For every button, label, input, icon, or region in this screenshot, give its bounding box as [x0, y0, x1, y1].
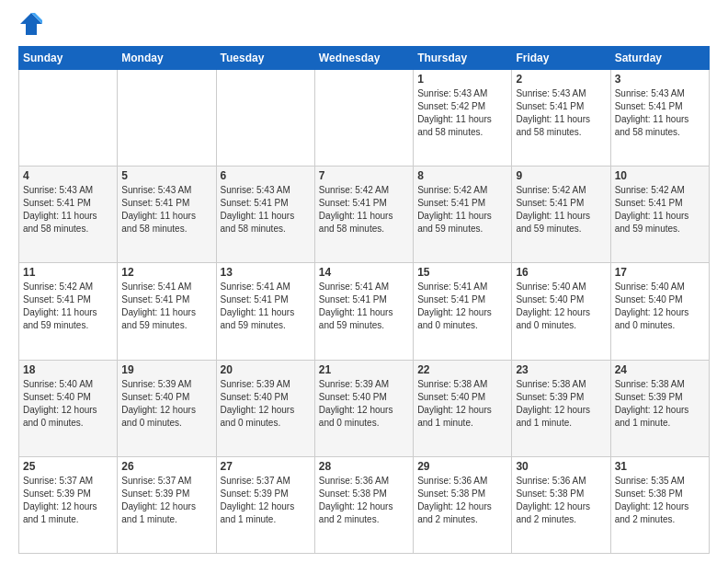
day-info: Sunrise: 5:43 AM Sunset: 5:41 PM Dayligh…: [516, 87, 606, 139]
calendar-cell: 15Sunrise: 5:41 AM Sunset: 5:41 PM Dayli…: [414, 263, 512, 360]
day-number: 24: [615, 363, 705, 376]
calendar-cell: 11Sunrise: 5:42 AM Sunset: 5:41 PM Dayli…: [19, 263, 118, 360]
calendar-cell: 1Sunrise: 5:43 AM Sunset: 5:42 PM Daylig…: [414, 70, 512, 167]
day-number: 28: [319, 460, 409, 473]
day-number: 19: [121, 363, 211, 376]
day-number: 10: [615, 169, 705, 182]
day-number: 7: [319, 169, 409, 182]
calendar-cell: 30Sunrise: 5:36 AM Sunset: 5:38 PM Dayli…: [512, 456, 610, 553]
calendar-cell: 19Sunrise: 5:39 AM Sunset: 5:40 PM Dayli…: [118, 360, 216, 456]
day-number: 29: [417, 460, 507, 473]
calendar-week-4: 18Sunrise: 5:40 AM Sunset: 5:40 PM Dayli…: [19, 360, 710, 456]
day-info: Sunrise: 5:38 AM Sunset: 5:40 PM Dayligh…: [417, 378, 507, 430]
calendar-cell: 31Sunrise: 5:35 AM Sunset: 5:38 PM Dayli…: [610, 456, 709, 553]
calendar-cell: [314, 70, 413, 167]
calendar-cell: 10Sunrise: 5:42 AM Sunset: 5:41 PM Dayli…: [610, 167, 709, 263]
day-number: 30: [516, 460, 606, 473]
calendar-week-2: 4Sunrise: 5:43 AM Sunset: 5:41 PM Daylig…: [19, 167, 710, 263]
day-number: 15: [417, 266, 507, 279]
calendar-cell: 5Sunrise: 5:43 AM Sunset: 5:41 PM Daylig…: [118, 167, 216, 263]
calendar-cell: 6Sunrise: 5:43 AM Sunset: 5:41 PM Daylig…: [216, 167, 314, 263]
day-info: Sunrise: 5:42 AM Sunset: 5:41 PM Dayligh…: [23, 281, 113, 332]
calendar-cell: 17Sunrise: 5:40 AM Sunset: 5:40 PM Dayli…: [610, 263, 709, 360]
page: SundayMondayTuesdayWednesdayThursdayFrid…: [0, 0, 728, 563]
day-info: Sunrise: 5:42 AM Sunset: 5:41 PM Dayligh…: [615, 184, 705, 236]
calendar-cell: [216, 70, 314, 167]
day-number: 31: [615, 460, 705, 473]
day-info: Sunrise: 5:38 AM Sunset: 5:39 PM Dayligh…: [516, 378, 606, 430]
calendar-cell: 16Sunrise: 5:40 AM Sunset: 5:40 PM Dayli…: [512, 263, 610, 360]
day-info: Sunrise: 5:39 AM Sunset: 5:40 PM Dayligh…: [319, 378, 409, 430]
calendar-table: SundayMondayTuesdayWednesdayThursdayFrid…: [18, 46, 710, 554]
day-number: 26: [121, 460, 211, 473]
day-info: Sunrise: 5:43 AM Sunset: 5:42 PM Dayligh…: [417, 87, 507, 139]
day-info: Sunrise: 5:43 AM Sunset: 5:41 PM Dayligh…: [615, 87, 705, 139]
day-number: 5: [121, 169, 211, 182]
calendar-cell: 2Sunrise: 5:43 AM Sunset: 5:41 PM Daylig…: [512, 70, 610, 167]
calendar-cell: 29Sunrise: 5:36 AM Sunset: 5:38 PM Dayli…: [414, 456, 512, 553]
day-number: 14: [319, 266, 409, 279]
day-info: Sunrise: 5:40 AM Sunset: 5:40 PM Dayligh…: [516, 281, 606, 332]
day-info: Sunrise: 5:41 AM Sunset: 5:41 PM Dayligh…: [121, 281, 211, 332]
day-number: 23: [516, 363, 606, 376]
day-number: 20: [221, 363, 311, 376]
calendar-week-3: 11Sunrise: 5:42 AM Sunset: 5:41 PM Dayli…: [19, 263, 710, 360]
day-number: 13: [221, 266, 311, 279]
calendar-cell: [19, 70, 118, 167]
day-number: 3: [615, 73, 705, 86]
calendar-cell: 4Sunrise: 5:43 AM Sunset: 5:41 PM Daylig…: [19, 167, 118, 263]
logo: [18, 15, 46, 37]
day-number: 8: [417, 169, 507, 182]
day-number: 17: [615, 266, 705, 279]
day-number: 27: [221, 460, 311, 473]
weekday-header-thursday: Thursday: [414, 47, 512, 70]
day-info: Sunrise: 5:42 AM Sunset: 5:41 PM Dayligh…: [319, 184, 409, 236]
day-info: Sunrise: 5:38 AM Sunset: 5:39 PM Dayligh…: [615, 378, 705, 430]
day-info: Sunrise: 5:39 AM Sunset: 5:40 PM Dayligh…: [221, 378, 311, 430]
day-number: 18: [23, 363, 113, 376]
day-number: 11: [23, 266, 113, 279]
calendar-cell: 7Sunrise: 5:42 AM Sunset: 5:41 PM Daylig…: [314, 167, 413, 263]
weekday-header-monday: Monday: [118, 47, 216, 70]
weekday-header-wednesday: Wednesday: [314, 47, 413, 70]
day-info: Sunrise: 5:40 AM Sunset: 5:40 PM Dayligh…: [23, 378, 113, 430]
day-info: Sunrise: 5:40 AM Sunset: 5:40 PM Dayligh…: [615, 281, 705, 332]
svg-marker-0: [20, 13, 42, 35]
day-number: 4: [23, 169, 113, 182]
calendar-cell: 13Sunrise: 5:41 AM Sunset: 5:41 PM Dayli…: [216, 263, 314, 360]
day-info: Sunrise: 5:37 AM Sunset: 5:39 PM Dayligh…: [121, 475, 211, 526]
calendar-cell: 9Sunrise: 5:42 AM Sunset: 5:41 PM Daylig…: [512, 167, 610, 263]
day-info: Sunrise: 5:37 AM Sunset: 5:39 PM Dayligh…: [221, 475, 311, 526]
day-number: 1: [417, 73, 507, 86]
day-number: 6: [221, 169, 311, 182]
day-info: Sunrise: 5:41 AM Sunset: 5:41 PM Dayligh…: [417, 281, 507, 332]
calendar-cell: 22Sunrise: 5:38 AM Sunset: 5:40 PM Dayli…: [414, 360, 512, 456]
day-info: Sunrise: 5:43 AM Sunset: 5:41 PM Dayligh…: [121, 184, 211, 236]
day-info: Sunrise: 5:36 AM Sunset: 5:38 PM Dayligh…: [319, 475, 409, 526]
header: [18, 15, 710, 37]
calendar-cell: 18Sunrise: 5:40 AM Sunset: 5:40 PM Dayli…: [19, 360, 118, 456]
day-info: Sunrise: 5:36 AM Sunset: 5:38 PM Dayligh…: [516, 475, 606, 526]
logo-icon: [18, 11, 44, 37]
day-info: Sunrise: 5:42 AM Sunset: 5:41 PM Dayligh…: [516, 184, 606, 236]
calendar-cell: 21Sunrise: 5:39 AM Sunset: 5:40 PM Dayli…: [314, 360, 413, 456]
calendar-cell: 20Sunrise: 5:39 AM Sunset: 5:40 PM Dayli…: [216, 360, 314, 456]
day-number: 25: [23, 460, 113, 473]
calendar-cell: 26Sunrise: 5:37 AM Sunset: 5:39 PM Dayli…: [118, 456, 216, 553]
day-number: 16: [516, 266, 606, 279]
day-info: Sunrise: 5:43 AM Sunset: 5:41 PM Dayligh…: [23, 184, 113, 236]
calendar-cell: 24Sunrise: 5:38 AM Sunset: 5:39 PM Dayli…: [610, 360, 709, 456]
day-info: Sunrise: 5:43 AM Sunset: 5:41 PM Dayligh…: [221, 184, 311, 236]
day-info: Sunrise: 5:39 AM Sunset: 5:40 PM Dayligh…: [121, 378, 211, 430]
day-info: Sunrise: 5:41 AM Sunset: 5:41 PM Dayligh…: [221, 281, 311, 332]
calendar-header-row: SundayMondayTuesdayWednesdayThursdayFrid…: [19, 47, 710, 70]
calendar-cell: 14Sunrise: 5:41 AM Sunset: 5:41 PM Dayli…: [314, 263, 413, 360]
calendar-cell: 23Sunrise: 5:38 AM Sunset: 5:39 PM Dayli…: [512, 360, 610, 456]
weekday-header-sunday: Sunday: [19, 47, 118, 70]
day-number: 2: [516, 73, 606, 86]
day-number: 22: [417, 363, 507, 376]
day-number: 21: [319, 363, 409, 376]
calendar-cell: [118, 70, 216, 167]
weekday-header-friday: Friday: [512, 47, 610, 70]
day-info: Sunrise: 5:41 AM Sunset: 5:41 PM Dayligh…: [319, 281, 409, 332]
